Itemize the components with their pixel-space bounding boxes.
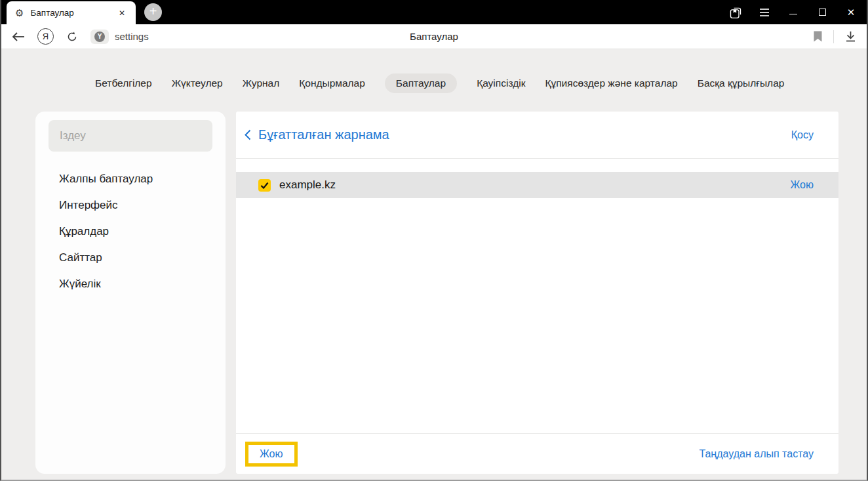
chevron-left-icon — [245, 129, 251, 140]
delete-highlight-box: Жою — [245, 442, 298, 467]
blocked-domain: example.kz — [279, 178, 336, 192]
maximize-button[interactable] — [808, 0, 837, 24]
downloads-icon[interactable] — [845, 31, 856, 42]
settings-nav: Бетбелгілер Жүктеулер Журнал Қондырмалар… — [95, 73, 784, 93]
tab-close-icon[interactable]: ✕ — [116, 7, 128, 19]
nav-tab-security[interactable]: Қауіпсіздік — [477, 73, 525, 93]
sidebar-item-interface[interactable]: Интерфейс — [59, 192, 212, 219]
url-text: settings — [115, 31, 149, 42]
toolbar-left: Я Y settings — [12, 28, 149, 45]
delete-selected-button[interactable]: Жою — [260, 448, 283, 459]
yandex-logo-icon[interactable]: Я — [37, 28, 54, 45]
row-delete-link[interactable]: Жою — [791, 179, 814, 191]
side-panel-icon[interactable] — [721, 0, 750, 24]
nav-tab-bookmarks[interactable]: Бетбелгілер — [95, 73, 152, 93]
protect-badge[interactable]: Y settings — [90, 30, 149, 44]
search-input[interactable] — [49, 120, 212, 152]
sidebar-menu: Жалпы баптаулар Интерфейс Құралдар Сайтт… — [49, 166, 212, 297]
bookmark-icon[interactable] — [814, 31, 822, 42]
menu-icon[interactable] — [750, 0, 779, 24]
toolbar-right — [814, 30, 856, 43]
settings-sidebar: Жалпы баптаулар Интерфейс Құралдар Сайтт… — [35, 112, 226, 474]
panel-header: Бұғатталған жарнама Қосу — [236, 112, 838, 159]
gear-icon: ⚙ — [15, 8, 24, 18]
nav-tab-other-devices[interactable]: Басқа құрылғылар — [698, 73, 785, 93]
list-spacer — [236, 159, 838, 172]
new-tab-button[interactable]: + — [144, 3, 162, 21]
panel-title: Бұғатталған жарнама — [258, 127, 389, 142]
browser-tab[interactable]: ⚙ Баптаулар ✕ — [7, 1, 136, 24]
reload-icon[interactable] — [66, 31, 78, 43]
nav-tab-extensions[interactable]: Қондырмалар — [299, 73, 365, 93]
deselect-all-link[interactable]: Таңдаудан алып тастау — [699, 448, 814, 460]
window-controls: ✕ — [721, 0, 865, 24]
nav-tab-settings[interactable]: Баптаулар — [385, 73, 457, 93]
blocked-ads-panel: Бұғатталған жарнама Қосу example.kz Жою … — [236, 112, 838, 474]
row-checkbox-checked[interactable] — [258, 179, 271, 192]
sidebar-item-system[interactable]: Жүйелік — [59, 271, 212, 297]
panel-footer: Жою Таңдаудан алып тастау — [236, 433, 838, 474]
minimize-button[interactable] — [779, 0, 808, 24]
sidebar-item-tools[interactable]: Құралдар — [59, 219, 212, 245]
address-bar: Я Y settings Баптаулар — [1, 24, 867, 49]
back-icon[interactable] — [12, 32, 25, 41]
nav-tab-passwords[interactable]: Құпиясөздер және карталар — [545, 73, 677, 93]
add-link[interactable]: Қосу — [791, 129, 814, 141]
sidebar-item-sites[interactable]: Сайттар — [59, 245, 212, 271]
close-button[interactable]: ✕ — [837, 0, 865, 24]
protect-icon: Y — [90, 30, 109, 44]
empty-list-area — [236, 198, 838, 433]
blocked-site-row[interactable]: example.kz Жою — [236, 172, 838, 198]
nav-tab-downloads[interactable]: Жүктеулер — [172, 73, 223, 93]
sidebar-item-general[interactable]: Жалпы баптаулар — [59, 166, 212, 192]
back-button[interactable]: Бұғатталған жарнама — [245, 127, 389, 142]
settings-page: Бетбелгілер Жүктеулер Журнал Қондырмалар… — [1, 49, 867, 480]
tab-title: Баптаулар — [30, 8, 115, 18]
nav-tab-history[interactable]: Журнал — [243, 73, 280, 93]
tab-strip: ⚙ Баптаулар ✕ + ✕ — [1, 0, 867, 24]
browser-window: ⚙ Баптаулар ✕ + ✕ — [0, 0, 868, 481]
toolbar-divider — [833, 30, 834, 43]
